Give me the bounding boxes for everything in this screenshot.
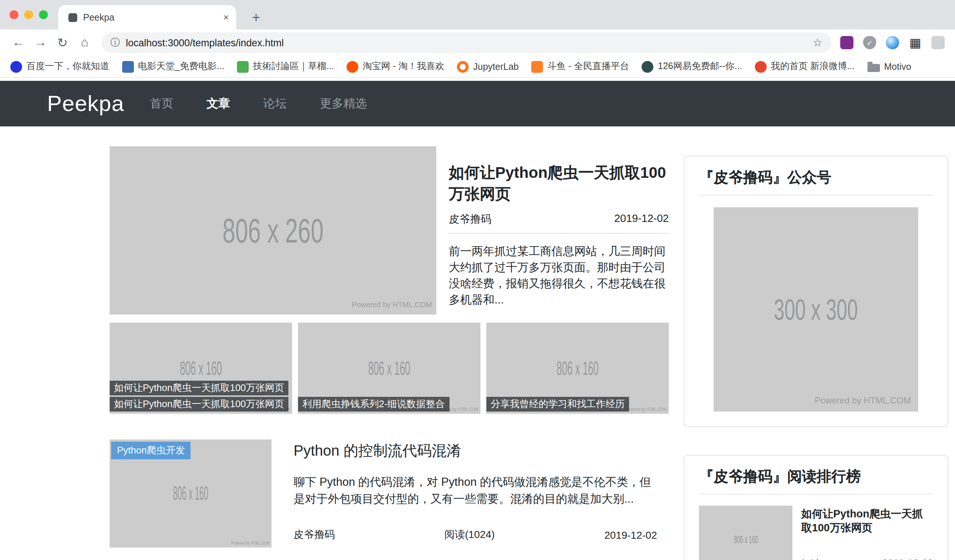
orb-extension-icon[interactable] [886, 36, 899, 49]
featured-date: 2019-12-02 [614, 212, 669, 226]
wechat-qr-image: 300 x 300 Powered by HTML.COM [714, 207, 918, 412]
article-author: 皮爷撸码 [294, 529, 335, 541]
wechat-card: 『皮爷撸码』公众号 300 x 300 Powered by HTML.COM [684, 156, 949, 427]
ranking-card-title: 『皮爷撸码』阅读排行榜 [699, 466, 933, 487]
nav-item-forum[interactable]: 论坛 [263, 96, 287, 111]
bookmark-taobao[interactable]: 淘宝网 - 淘！我喜欢 [346, 60, 445, 73]
bookmark-label: 126网易免费邮--你... [658, 60, 742, 73]
thumbnail-card-3[interactable]: 806 x 160 Powered by HTML.COM 分享我曾经的学习和找… [486, 323, 669, 414]
nav-item-home[interactable]: 首页 [150, 96, 174, 111]
site-info-icon[interactable]: ⓘ [110, 36, 120, 49]
bookmark-baidu[interactable]: 百度一下，你就知道 [10, 60, 109, 73]
bookmark-label: 百度一下，你就知道 [27, 60, 109, 73]
tab-favicon-icon [69, 13, 77, 22]
douyu-favicon-icon [531, 61, 543, 72]
article-meta: 皮爷撸码 阅读(1024) 2019-12-02 [294, 529, 657, 541]
placeholder-label: 300 x 300 [774, 293, 858, 326]
leaf-favicon-icon [237, 61, 249, 72]
bookmark-douyu[interactable]: 斗鱼 - 全民直播平台 [531, 60, 629, 73]
site-brand[interactable]: Peekpa [47, 91, 124, 116]
folder-icon [867, 64, 880, 72]
placeholder-label: 806 x 260 [222, 211, 324, 250]
bookmark-126-mail[interactable]: 126网易免费邮--你... [642, 60, 742, 73]
thumbnail-captions: 分享我曾经的学习和找工作经历 [486, 397, 629, 412]
featured-image[interactable]: 806 x 260 Powered by HTML.COM [110, 146, 436, 315]
placeholder-credit: Powered by HTML.COM [625, 406, 667, 412]
home-button[interactable]: ⌂ [74, 31, 96, 54]
placeholder-credit: Powered by HTML.COM [231, 541, 269, 545]
gray-extension-icon[interactable] [932, 36, 945, 49]
thumbnail-caption: 如何让Python爬虫一天抓取100万张网页 [110, 381, 288, 395]
article-excerpt: 聊下 Python 的代码混淆，对 Python 的代码做混淆感觉是不伦不类，但… [294, 473, 657, 507]
window-zoom-button[interactable] [39, 10, 48, 19]
bookmark-label: 淘宝网 - 淘！我喜欢 [363, 60, 445, 73]
main-column: 806 x 260 Powered by HTML.COM 如何让Python爬… [110, 146, 669, 560]
ranking-item-title[interactable]: 如何让Python爬虫一天抓取100万张网页 [801, 507, 933, 535]
browser-titlebar: Peekpa × + [0, 0, 955, 30]
bookmark-weibo[interactable]: 我的首页 新浪微博... [755, 60, 855, 73]
qr-extension-icon[interactable]: ▦ [909, 36, 922, 49]
thumbnail-captions: 利用爬虫挣钱系列2-细说数据整合 [298, 397, 449, 412]
bookmark-folder-motivo[interactable]: Motivo [867, 61, 911, 72]
window-close-button[interactable] [9, 10, 19, 19]
placeholder-label: 806 x 160 [180, 357, 222, 379]
bookmark-label: 我的首页 新浪微博... [771, 60, 855, 73]
thumbnail-captions: 如何让Python爬虫一天抓取100万张网页 如何让Python爬虫一天抓取10… [110, 381, 288, 412]
nav-item-more[interactable]: 更多精选 [320, 96, 367, 111]
purple-extension-icon[interactable] [840, 36, 853, 49]
bookmark-label: 电影天堂_免费电影... [138, 60, 224, 73]
bookmark-label: 斗鱼 - 全民直播平台 [547, 60, 629, 73]
window-minimize-button[interactable] [24, 10, 33, 19]
browser-window: Peekpa × + ← → ↻ ⌂ ⓘ localhost:3000/temp… [0, 0, 955, 560]
tab-title: Peekpa [83, 12, 218, 22]
movie-favicon-icon [122, 61, 133, 72]
jupyter-favicon-icon [457, 61, 469, 72]
new-tab-button[interactable]: + [246, 7, 266, 28]
bookmark-jupyterlab[interactable]: JupyterLab [457, 61, 519, 72]
shield-extension-icon[interactable]: ✓ [863, 36, 876, 49]
forward-button[interactable]: → [30, 31, 52, 54]
thumbnail-caption: 分享我曾经的学习和找工作经历 [486, 397, 629, 412]
card-divider [699, 195, 933, 195]
placeholder-label: 806 x 160 [557, 357, 598, 379]
url-text[interactable]: localhost:3000/templates/index.html [126, 37, 807, 48]
back-button[interactable]: ← [7, 31, 30, 54]
thumbnail-caption: 利用爬虫挣钱系列2-细说数据整合 [298, 397, 449, 412]
article-title[interactable]: Python 的控制流代码混淆 [294, 441, 657, 461]
baidu-favicon-icon [10, 61, 22, 72]
ranking-item[interactable]: 806 x 160 Powered by HTML.COM 如何让Python爬… [699, 505, 933, 560]
address-bar[interactable]: ⓘ localhost:3000/templates/index.html ☆ [102, 32, 831, 53]
mail-favicon-icon [642, 61, 653, 72]
article-tag[interactable]: Python爬虫开发 [111, 442, 191, 459]
weibo-favicon-icon [755, 61, 766, 72]
bookmark-star-icon[interactable]: ☆ [813, 36, 823, 49]
ranking-item-body: 如何让Python爬虫一天抓取100万张网页 阅读(1024) 2019-12-… [801, 505, 933, 560]
article-body: Python 的控制流代码混淆 聊下 Python 的代码混淆，对 Python… [294, 440, 669, 548]
article-reads: 阅读(1024) [445, 529, 495, 541]
bookmark-label: Motivo [884, 61, 911, 72]
site-navbar: Peekpa 首页 文章 论坛 更多精选 [0, 81, 955, 126]
thumbnail-row: 806 x 160 Powered by HTML.COM 如何让Python爬… [110, 323, 669, 414]
thumbnail-card-2[interactable]: 806 x 160 Powered by HTML.COM 利用爬虫挣钱系列2-… [298, 323, 481, 414]
browser-tab[interactable]: Peekpa × [58, 5, 236, 30]
bookmark-movie-heaven[interactable]: 电影天堂_免费电影... [122, 60, 224, 73]
ranking-thumbnail: 806 x 160 Powered by HTML.COM [699, 505, 792, 560]
placeholder-label: 806 x 160 [368, 357, 410, 379]
bookmark-tech-forum[interactable]: 技術討論區｜草榴... [237, 60, 334, 73]
card-divider [699, 494, 933, 494]
page-content: 806 x 260 Powered by HTML.COM 如何让Python爬… [0, 126, 955, 560]
featured-title[interactable]: 如何让Python爬虫一天抓取100万张网页 [449, 162, 669, 204]
featured-author: 皮爷撸码 [449, 212, 492, 226]
placeholder-credit: Powered by HTML.COM [815, 395, 911, 406]
thumbnail-card-1[interactable]: 806 x 160 Powered by HTML.COM 如何让Python爬… [110, 323, 292, 414]
reload-button[interactable]: ↻ [52, 31, 74, 54]
tab-close-icon[interactable]: × [223, 12, 229, 23]
thumbnail-caption: 如何让Python爬虫一天抓取100万张网页 [110, 397, 288, 412]
article-image[interactable]: Python爬虫开发 806 x 160 Powered by HTML.COM [110, 440, 271, 548]
placeholder-credit: Powered by HTML.COM [352, 301, 432, 309]
placeholder-label: 806 x 160 [173, 482, 208, 505]
featured-excerpt: 前一两年抓过某工商信息网站，几三周时间大约抓了过千万多万张页面。那时由于公司没啥… [449, 243, 669, 308]
window-controls [9, 10, 48, 19]
nav-item-articles[interactable]: 文章 [207, 96, 230, 111]
article-date: 2019-12-02 [604, 529, 657, 541]
